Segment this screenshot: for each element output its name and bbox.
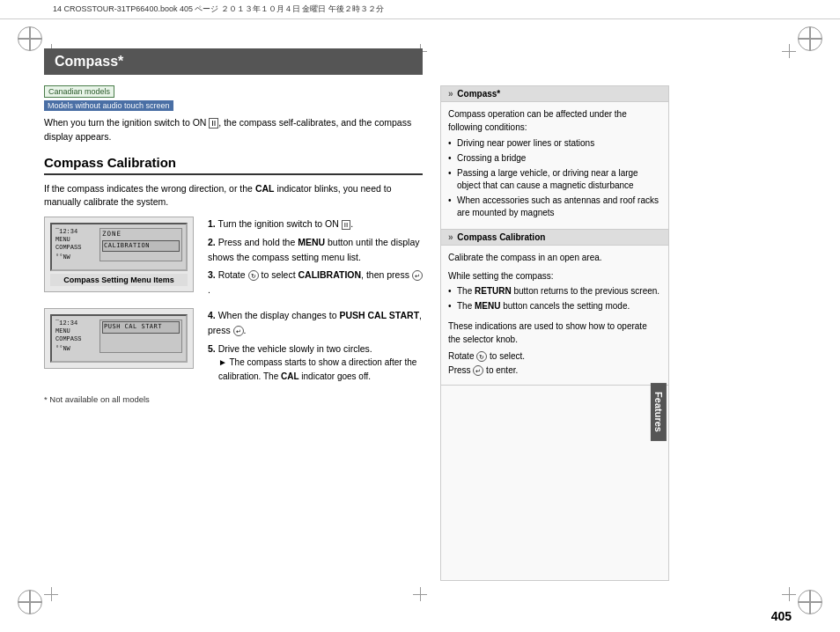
main-content: Compass* Canadian models Models without … bbox=[44, 48, 796, 597]
step-4: 4. When the display changes to PUSH CAL … bbox=[208, 308, 423, 338]
steps-1-3: 1. Turn the ignition switch to ON II. 2.… bbox=[208, 217, 423, 301]
features-label: Features bbox=[651, 383, 667, 441]
reg-mark-tr bbox=[798, 26, 822, 51]
right-section-calibration: » Compass Calibration Calibrate the comp… bbox=[441, 230, 668, 386]
cal-bullet-1: The RETURN button returns to the previou… bbox=[448, 285, 661, 298]
bullet-1: Driving near power lines or stations bbox=[448, 137, 661, 150]
right-section2-body2: While setting the compass: bbox=[448, 269, 661, 283]
prefix-icon-2: » bbox=[448, 232, 453, 242]
step-1: 1. Turn the ignition switch to ON II. bbox=[208, 217, 423, 231]
reg-mark-br bbox=[798, 590, 822, 614]
bullet-4: When accessories such as antennas and ro… bbox=[448, 195, 661, 219]
tag-models: Models without audio touch screen bbox=[44, 100, 173, 111]
display-box-2: ¯12:34 MENU COMPASS °°NW PUSH CAL START bbox=[44, 308, 194, 387]
step-5-subbullet: ► The compass starts to show a direction… bbox=[208, 356, 423, 384]
section-heading: Compass Calibration bbox=[44, 155, 423, 175]
bullet-2: Crossing a bridge bbox=[448, 152, 661, 165]
features-tab-container: Features bbox=[441, 386, 668, 438]
two-col-layout: Canadian models Models without audio tou… bbox=[44, 85, 796, 581]
page-title: Compass* bbox=[55, 54, 123, 69]
topbar-text: 14 CROSSTOUR-31TP66400.book 405 ページ ２０１３… bbox=[53, 4, 384, 15]
right-section2-bullets: The RETURN button returns to the previou… bbox=[448, 285, 661, 312]
intro-text: When you turn the ignition switch to ON … bbox=[44, 116, 423, 144]
step-5: 5. Drive the vehicle slowly in two circl… bbox=[208, 342, 423, 385]
display-box-1: ¯12:34 MENU COMPASS °°NW ZONE CALIBRATIO… bbox=[44, 217, 194, 301]
step-2: 2. Press and hold the MENU button until … bbox=[208, 235, 423, 265]
page-number: 405 bbox=[771, 609, 792, 623]
right-section2-title: » Compass Calibration bbox=[441, 230, 668, 246]
display1-caption: Compass Setting Menu Items bbox=[50, 274, 188, 286]
bullet-3: Passing a large vehicle, or driving near… bbox=[448, 167, 661, 192]
steps-4-5: 4. When the display changes to PUSH CAL … bbox=[208, 308, 423, 387]
right-section2-body3: These indications are used to show how t… bbox=[448, 320, 661, 346]
right-section1-bullets: Driving near power lines or stations Cro… bbox=[448, 137, 661, 219]
section-intro: If the compass indicates the wrong direc… bbox=[44, 182, 423, 210]
right-section1-title: » Compass* bbox=[441, 86, 668, 102]
reg-mark-bl bbox=[18, 590, 42, 614]
tag-canadian: Canadian models bbox=[44, 85, 114, 98]
rotate-text: Rotate ↻ to select. bbox=[448, 349, 661, 364]
step-3: 3. Rotate ↻ to select CALIBRATION, then … bbox=[208, 268, 423, 298]
left-column: Canadian models Models without audio tou… bbox=[44, 85, 423, 581]
right-section-compass: » Compass* Compass operation can be affe… bbox=[441, 86, 668, 230]
footnote: * Not available on all models bbox=[44, 394, 423, 404]
page-title-banner: Compass* bbox=[44, 48, 423, 75]
press-text: Press ↵ to enter. bbox=[448, 364, 661, 378]
reg-mark-tl bbox=[18, 26, 42, 51]
right-section1-body: Compass operation can be affected under … bbox=[448, 107, 661, 134]
top-bar: 14 CROSSTOUR-31TP66400.book 405 ページ ２０１３… bbox=[0, 0, 840, 19]
right-section2-body1: Calibrate the compass in an open area. bbox=[448, 251, 661, 264]
cal-bullet-2: The MENU button cancels the setting mode… bbox=[448, 300, 661, 312]
right-column: » Compass* Compass operation can be affe… bbox=[440, 85, 669, 581]
prefix-icon-1: » bbox=[448, 89, 453, 99]
